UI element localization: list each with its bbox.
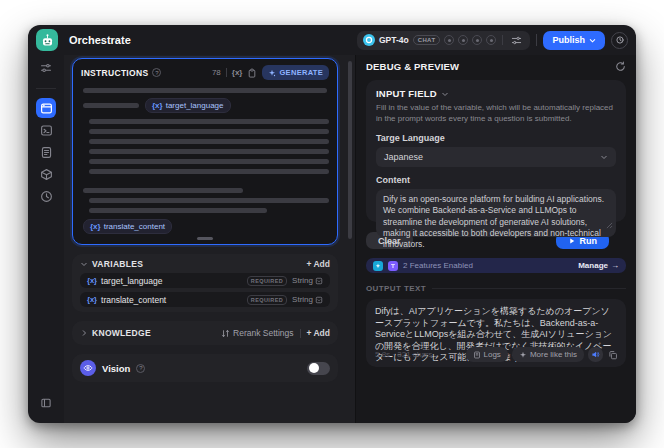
model-selector[interactable]: GPT-4o CHAT [357,31,531,50]
knowledge-section: KNOWLEDGE Rerank Settings + Add [72,321,338,345]
variable-name: target_language [166,101,224,110]
language-label: Targe Language [376,133,616,143]
sidebar-item-orchestrate[interactable] [36,98,56,118]
copy-icon[interactable] [607,349,619,361]
variable-pill[interactable]: {x} target_language [145,98,231,113]
clipboard-icon[interactable] [247,68,257,78]
resize-handle[interactable] [197,237,213,240]
model-feature-icon [458,35,468,45]
content-label: Content [376,175,616,185]
content-textarea[interactable]: Dify is an open-source platform for buil… [376,189,616,237]
input-field-description: Fill in the value of the variable, which… [376,103,616,125]
required-badge: REQUIRED [247,276,287,286]
model-name: GPT-4o [379,35,409,45]
variables-section: VARIABLES + Add {x} target_language REQU… [72,254,338,312]
logs-button[interactable]: Logs [466,347,508,362]
model-provider-icon [363,34,375,46]
sidebar-item-monitoring[interactable] [36,186,56,206]
help-icon: ? [136,364,145,373]
vision-toggle[interactable] [307,362,330,375]
add-variable-button[interactable]: + Add [307,259,331,269]
top-bar: Orchestrate GPT-4o CHAT [28,25,636,55]
orchestrate-panel: INSTRUCTIONS ? 78 {x} [64,55,355,423]
model-feature-icon [444,35,454,45]
sparkle-icon [268,69,276,77]
sidebar-item-annotations[interactable] [36,164,56,184]
debug-title: DEBUG & PREVIEW [366,61,459,72]
input-field-title: INPUT FIELD [376,88,437,99]
tools-sliders-icon[interactable] [36,58,56,78]
language-value: Japanese [384,152,423,162]
model-config-sliders-icon[interactable] [509,33,524,48]
variable-name: target_language [101,276,162,286]
sparkle-icon [519,351,527,359]
resize-corner-icon[interactable] [606,222,613,229]
variable-pill[interactable]: {x} translate_content [83,219,172,234]
page-title: Orchestrate [69,34,131,46]
feature-moderation-icon [373,261,383,271]
publish-button[interactable]: Publish [543,31,605,50]
debug-panel: DEBUG & PREVIEW INPUT FIELD Fill in the … [355,55,636,423]
required-badge: REQUIRED [247,295,287,305]
arrow-right-icon: → [611,261,619,270]
model-mode-badge: CHAT [413,35,441,45]
rerank-icon [221,329,230,338]
vision-eye-icon [80,360,96,376]
more-like-this-button[interactable]: More like this [512,347,584,362]
language-select[interactable]: Japanese [376,147,616,167]
variable-badge-icon: {x} [87,295,97,304]
instructions-title: INSTRUCTIONS [81,68,148,78]
model-feature-icon [472,35,482,45]
output-title: OUTPUT TEXT [366,284,426,293]
chevron-right-icon[interactable] [80,329,88,337]
features-bar[interactable]: 2 Features Enabled Manage → [366,258,626,273]
variable-name: translate_content [104,222,165,231]
type-selector-icon [315,277,323,285]
instructions-editor[interactable]: INSTRUCTIONS ? 78 {x} [72,58,338,245]
variable-badge-icon: {x} [90,222,101,231]
chevron-down-icon[interactable] [80,260,88,268]
token-count: 78 [212,68,221,77]
history-icon [615,35,625,45]
variable-row[interactable]: {x} translate_content REQUIRED String [80,292,330,307]
features-enabled-text: 2 Features Enabled [403,261,473,270]
help-icon: ? [152,68,161,77]
rerank-settings-button[interactable]: Rerank Settings [221,328,293,338]
type-selector-icon [315,296,323,304]
sidebar-item-logs[interactable] [36,142,56,162]
add-knowledge-button[interactable]: + Add [307,328,331,338]
refresh-icon[interactable] [615,61,626,72]
insert-variable-icon[interactable]: {x} [232,68,243,77]
text-to-speech-button[interactable] [588,347,603,362]
logs-icon [473,351,481,359]
sidebar-item-api[interactable] [36,120,56,140]
model-feature-icon [486,35,496,45]
scrollbar[interactable] [348,61,352,239]
output-stats: 5.8s · 321 chars [375,350,432,359]
collapse-sidebar-icon[interactable] [36,393,56,413]
variable-name: translate_content [101,295,166,305]
variable-type[interactable]: String [292,295,323,304]
generate-button[interactable]: GENERATE [262,65,329,80]
vision-section: Vision ? [72,354,338,382]
publish-label: Publish [552,35,585,45]
chevron-down-icon [600,153,608,161]
variable-row[interactable]: {x} target_language REQUIRED String [80,273,330,288]
vision-label: Vision [102,363,130,374]
input-field-card: INPUT FIELD Fill in the value of the var… [366,80,626,222]
manage-features-button[interactable]: Manage → [578,261,619,270]
output-card: Difyは、AIアプリケーションを構築するためのオープンソースプラットフォームで… [366,299,626,367]
plus-icon: + [307,259,312,269]
variable-type[interactable]: String [292,276,323,285]
plus-icon: + [307,328,312,338]
chevron-down-icon [589,37,596,44]
speaker-icon [591,350,600,359]
variable-badge-icon: {x} [87,276,97,285]
history-button[interactable] [611,32,628,49]
variable-badge-icon: {x} [152,101,163,110]
app-robot-icon[interactable] [36,29,58,51]
knowledge-title: KNOWLEDGE [92,328,151,338]
feature-tts-icon [388,261,398,271]
app-window: Orchestrate GPT-4o CHAT [28,25,636,423]
chevron-down-icon[interactable] [441,90,449,98]
